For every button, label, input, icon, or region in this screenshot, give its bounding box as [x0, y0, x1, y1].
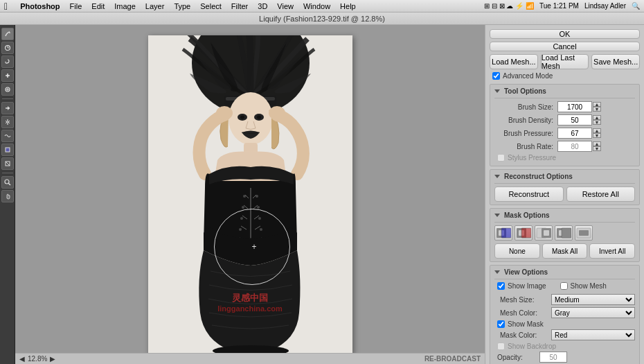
- app-name-menu[interactable]: Photoshop: [20, 2, 60, 10]
- main-layout: + 灵感中国 lingganchina.com ◀ 12.8% ▶ RE-BRO…: [0, 25, 644, 364]
- advanced-mode-checkbox[interactable]: [492, 72, 500, 80]
- none-button[interactable]: None: [494, 243, 540, 259]
- opacity-input[interactable]: [539, 352, 567, 363]
- brush-size-input[interactable]: [557, 101, 592, 112]
- show-mesh-checkbox[interactable]: [560, 282, 568, 290]
- mask-all-button[interactable]: Mask All: [542, 243, 588, 259]
- svg-rect-58: [579, 230, 589, 236]
- brush-pressure-up[interactable]: ▲: [593, 128, 601, 133]
- show-mask-checkbox[interactable]: [497, 320, 505, 328]
- mesh-buttons-row: Load Mesh... Load Last Mesh Save Mesh...: [490, 54, 640, 69]
- advanced-mode-label: Advanced Mode: [503, 72, 553, 80]
- svg-point-37: [257, 206, 260, 209]
- restore-all-button[interactable]: Restore All: [566, 187, 636, 202]
- window-menu[interactable]: Window: [303, 2, 330, 10]
- svg-line-8: [6, 162, 10, 166]
- system-icons: ⊞ ⊟ ⊠ ☁ ⚡ 📶: [484, 2, 534, 10]
- document-title: Liquify (Fashion123-929.tif @ 12.8%): [259, 15, 385, 23]
- tool-pucker[interactable]: [1, 69, 14, 82]
- view-menu[interactable]: View: [277, 2, 294, 10]
- brush-pressure-down[interactable]: ▼: [593, 133, 601, 138]
- svg-rect-50: [521, 228, 531, 238]
- tool-push-left[interactable]: [1, 102, 14, 114]
- 3d-menu[interactable]: 3D: [258, 2, 267, 10]
- ok-button[interactable]: OK: [490, 29, 640, 39]
- load-mesh-button[interactable]: Load Mesh...: [490, 54, 538, 69]
- tool-turbulence[interactable]: [1, 130, 14, 142]
- select-menu[interactable]: Select: [200, 2, 222, 10]
- username: Lindsay Adler: [584, 2, 626, 10]
- svg-point-2: [6, 75, 8, 77]
- show-mask-label: Show Mask: [508, 320, 544, 328]
- brush-density-up[interactable]: ▲: [593, 115, 601, 120]
- tool-reconstruct[interactable]: [1, 42, 14, 54]
- brush-density-down[interactable]: ▼: [593, 120, 601, 125]
- brush-rate-input[interactable]: [557, 141, 592, 152]
- reconstruct-button[interactable]: Reconstruct: [494, 187, 564, 202]
- tool-mirror[interactable]: [1, 116, 14, 128]
- show-image-label: Show Image: [508, 282, 546, 290]
- menu-right-items: ⊞ ⊟ ⊠ ☁ ⚡ 📶 Tue 1:21 PM Lindsay Adler 🔍: [484, 2, 640, 10]
- tool-zoom[interactable]: [1, 176, 14, 189]
- mesh-color-select[interactable]: Gray: [551, 307, 635, 318]
- tool-options-divider: [494, 98, 635, 98]
- view-divider: [494, 279, 635, 279]
- type-menu[interactable]: Type: [174, 2, 190, 10]
- show-backdrop-checkbox[interactable]: [497, 343, 505, 350]
- layer-menu[interactable]: Layer: [145, 2, 165, 10]
- brush-pressure-stepper[interactable]: ▲ ▼: [593, 128, 601, 138]
- mask-icon-btn-2[interactable]: [515, 225, 533, 241]
- brush-size-down[interactable]: ▼: [593, 107, 601, 112]
- tool-twirl[interactable]: [1, 55, 14, 68]
- reconstruct-triangle: [494, 175, 500, 178]
- brush-pressure-label: Brush Pressure:: [494, 130, 553, 137]
- brush-density-input[interactable]: [557, 114, 592, 125]
- zoom-left-arrow[interactable]: ◀: [19, 355, 25, 363]
- help-menu[interactable]: Help: [340, 2, 356, 10]
- canvas-area[interactable]: + 灵感中国 lingganchina.com ◀ 12.8% ▶ RE-BRO…: [15, 25, 485, 364]
- save-mesh-button[interactable]: Save Mesh...: [591, 54, 640, 69]
- invert-all-button[interactable]: Invert All: [589, 243, 635, 259]
- image-menu[interactable]: Image: [114, 2, 136, 10]
- tool-options-triangle: [494, 89, 500, 93]
- tool-bloat[interactable]: [1, 83, 14, 96]
- photo-content: + 灵感中国 lingganchina.com: [148, 35, 352, 354]
- mask-icon-btn-5[interactable]: [575, 225, 593, 241]
- mask-color-select[interactable]: Red: [551, 329, 635, 340]
- show-backdrop-label: Show Backdrop: [508, 343, 556, 350]
- mask-icon-btn-3[interactable]: [535, 225, 553, 241]
- svg-point-18: [240, 115, 244, 119]
- brush-density-stepper[interactable]: ▲ ▼: [593, 115, 601, 125]
- mask-icon-btn-4[interactable]: [555, 225, 573, 241]
- mask-options-title: Mask Options: [504, 211, 550, 219]
- brush-size-stepper[interactable]: ▲ ▼: [593, 102, 601, 112]
- mask-icon-btn-1[interactable]: [494, 225, 512, 241]
- left-toolbar: [0, 25, 15, 364]
- show-mesh-row: Show Mesh: [560, 282, 607, 290]
- show-mesh-label: Show Mesh: [571, 282, 607, 290]
- show-image-checkbox[interactable]: [497, 282, 505, 290]
- spotlight-icon[interactable]: 🔍: [632, 2, 640, 10]
- zoom-right-arrow[interactable]: ▶: [50, 355, 55, 363]
- tool-forward-warp[interactable]: [1, 28, 14, 40]
- apple-menu[interactable]: : [4, 1, 8, 12]
- brush-size-up[interactable]: ▲: [593, 102, 601, 107]
- tool-freeze-mask[interactable]: [1, 144, 14, 156]
- load-last-mesh-button[interactable]: Load Last Mesh: [541, 54, 589, 69]
- file-menu[interactable]: File: [70, 2, 82, 10]
- svg-point-9: [5, 180, 9, 184]
- mask-options-section: Mask Options: [490, 208, 640, 262]
- brush-rate-up[interactable]: ▲: [593, 141, 601, 146]
- opacity-label: Opacity:: [497, 354, 535, 361]
- stylus-pressure-checkbox[interactable]: [497, 154, 505, 162]
- filter-menu[interactable]: Filter: [231, 2, 248, 10]
- tool-thaw-mask[interactable]: [1, 157, 14, 170]
- cancel-button[interactable]: Cancel: [490, 42, 640, 51]
- tool-hand[interactable]: [1, 190, 14, 202]
- brush-pressure-input[interactable]: [557, 128, 592, 139]
- tool-options-header: Tool Options: [494, 87, 635, 95]
- brush-rate-down[interactable]: ▼: [593, 146, 601, 151]
- brush-rate-stepper[interactable]: ▲ ▼: [593, 141, 601, 151]
- edit-menu[interactable]: Edit: [91, 2, 105, 10]
- mesh-size-select[interactable]: Medium: [551, 294, 635, 305]
